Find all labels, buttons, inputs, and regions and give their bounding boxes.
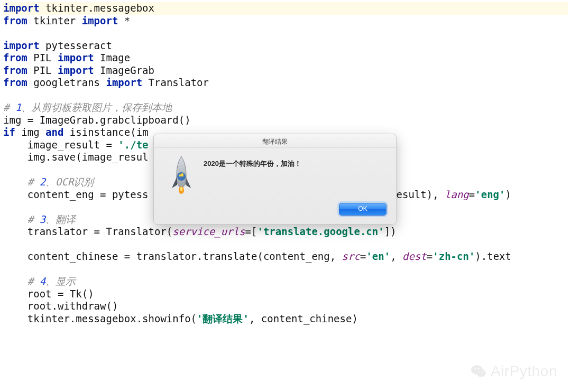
code-token: and: [45, 126, 63, 138]
code-line: content_chinese = translator.translate(c…: [3, 250, 568, 263]
code-token: #: [27, 213, 40, 225]
code-line: # 1、从剪切板获取图片，保存到本地: [3, 101, 568, 114]
code-token: from: [3, 15, 27, 26]
code-token: 4: [40, 275, 45, 287]
code-token: import: [3, 40, 40, 51]
code-token: import: [82, 15, 118, 26]
code-token: Translator: [142, 77, 209, 88]
code-token: [3, 275, 27, 287]
dialog-buttons: OK: [154, 203, 396, 224]
code-line: from tkinter import *: [3, 15, 568, 27]
code-line: from PIL import ImageGrab: [3, 64, 568, 77]
code-token: img.save(image_resul: [3, 151, 149, 163]
code-token: from: [3, 52, 27, 63]
code-line: [3, 263, 568, 276]
code-token: ).text: [475, 250, 511, 262]
ok-button[interactable]: OK: [339, 203, 386, 216]
code-token: from: [3, 64, 27, 76]
code-token: =: [427, 250, 432, 262]
code-token: 'eng': [475, 189, 505, 200]
code-token: 2: [40, 176, 45, 188]
code-token: =[: [245, 226, 257, 237]
code-token: import: [58, 64, 94, 76]
code-token: ImageGrab: [94, 64, 154, 76]
code-token: import: [3, 2, 40, 14]
code-token: image_result =: [3, 139, 118, 151]
code-token: PIL: [27, 52, 58, 63]
code-token: root = Tk(): [3, 288, 94, 300]
code-token: isinstance(im: [63, 126, 148, 138]
code-token: img = ImageGrab.grabclipboard(): [3, 114, 191, 126]
code-token: if: [3, 126, 15, 138]
code-token: img: [15, 126, 45, 138]
code-line: import tkinter.messagebox: [3, 2, 568, 15]
code-token: 、翻译: [45, 213, 76, 225]
code-line: from googletrans import Translator: [3, 77, 568, 89]
code-token: 'translate.google.cn': [257, 226, 384, 237]
code-token: Image: [94, 52, 131, 63]
code-token: './te: [118, 139, 148, 151]
code-token: root.withdraw(): [3, 300, 118, 312]
code-token: pytesseract: [40, 40, 112, 51]
code-token: [3, 176, 27, 188]
svg-point-2: [180, 187, 183, 191]
code-token: import: [58, 52, 94, 63]
code-token: 、从剪切板获取图片，保存到本地: [21, 101, 172, 113]
code-token: [3, 213, 27, 225]
code-line: translator = Translator(service_urls=['t…: [3, 226, 568, 238]
code-token: tkinter.messagebox.showinfo(: [3, 313, 197, 324]
watermark: AirPython: [471, 363, 557, 379]
code-token: =: [469, 189, 475, 200]
code-token: dest: [402, 250, 427, 262]
code-token: ]): [384, 226, 397, 237]
code-token: #: [27, 176, 40, 188]
code-line: # 4、显示: [3, 275, 568, 288]
code-token: translator = Translator(: [3, 226, 172, 237]
wechat-icon: [471, 363, 486, 379]
watermark-text: AirPython: [491, 365, 557, 378]
code-token: 1: [15, 101, 21, 113]
code-line: root.withdraw(): [3, 300, 568, 313]
code-token: 'zh-cn': [432, 250, 475, 262]
python-rocket-icon: [164, 155, 198, 195]
dialog-body: 2020是一个特殊的年份，加油！: [154, 148, 396, 203]
code-token: #: [27, 275, 40, 287]
svg-point-8: [479, 371, 480, 372]
dialog-title: 翻译结果: [154, 134, 396, 148]
svg-point-6: [475, 368, 476, 370]
svg-point-5: [476, 369, 486, 377]
code-line: img = ImageGrab.grabclipboard(): [3, 114, 568, 127]
code-token: , content_chinese): [249, 313, 358, 324]
code-token: tkinter.messagebox: [40, 2, 154, 14]
code-token: googletrans: [27, 77, 106, 88]
code-token: '翻译结果': [197, 313, 249, 324]
svg-point-9: [482, 371, 483, 372]
code-line: [3, 238, 568, 251]
code-line: tkinter.messagebox.showinfo('翻译结果', cont…: [3, 313, 568, 325]
code-token: PIL: [27, 64, 58, 76]
code-token: tkinter: [27, 15, 82, 26]
code-token: lang: [445, 189, 469, 200]
code-line: root = Tk(): [3, 288, 568, 301]
code-token: 、OCR识别: [45, 176, 94, 188]
code-token: from: [3, 77, 27, 88]
code-token: content_chinese = translator.translate(c…: [3, 250, 342, 262]
code-line: import pytesseract: [3, 40, 568, 52]
code-token: service_urls: [172, 226, 245, 237]
messagebox-dialog: 翻译结果: [153, 134, 397, 225]
dialog-message: 2020是一个特殊的年份，加油！: [198, 155, 385, 170]
code-line: [3, 89, 568, 102]
code-token: src: [342, 250, 360, 262]
code-token: =: [360, 250, 366, 262]
code-token: ,: [390, 250, 402, 262]
code-token: 、显示: [45, 275, 76, 287]
code-token: import: [106, 77, 142, 88]
code-line: from PIL import Image: [3, 52, 568, 64]
code-token: *: [118, 15, 130, 26]
code-token: ): [505, 189, 511, 200]
svg-point-7: [478, 368, 480, 370]
code-token: 3: [40, 213, 45, 225]
code-token: 'en': [366, 250, 390, 262]
code-line: [3, 27, 568, 40]
code-token: #: [3, 101, 15, 113]
